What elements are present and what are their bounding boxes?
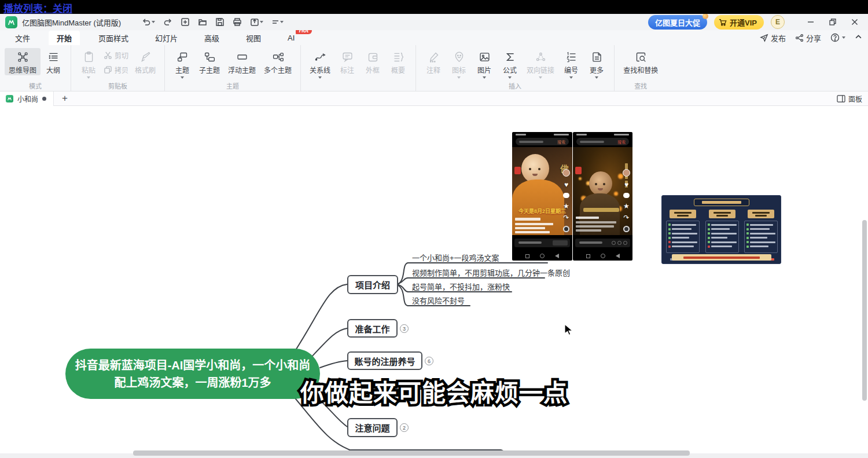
tab-slides[interactable]: 幻灯片 [147, 31, 186, 45]
publish-icon [760, 34, 768, 42]
formula-button[interactable]: 公式 [497, 48, 523, 79]
outline-mode-button[interactable]: 大纲 [41, 48, 66, 75]
help-icon [830, 33, 840, 42]
topic-button[interactable]: 主题 [170, 48, 195, 79]
find-replace-button[interactable]: 查找和替换 [619, 48, 662, 75]
ribbon-group-find: 查找和替换 查找 [614, 45, 667, 91]
horizontal-scrollbar-thumb[interactable] [133, 450, 690, 456]
comment-icon [623, 193, 630, 198]
share-button[interactable]: 分享 [795, 32, 821, 43]
music-disc-icon [623, 226, 630, 232]
plan-column [705, 210, 739, 261]
topic-account-register[interactable]: 账号的注册养号 [347, 351, 422, 370]
unsaved-indicator [42, 97, 46, 101]
creator-avatar [623, 169, 630, 177]
panel-toggle-button[interactable]: 面板 [837, 94, 862, 104]
group-label-clipboard: 剪贴板 [71, 81, 164, 90]
like-icon: ♥ [624, 181, 628, 188]
phone-status-bar [516, 134, 569, 136]
baby-monk-candles-photo: ♥ ★ ↷ [573, 147, 632, 235]
comment-input-bar [575, 239, 630, 247]
format-painter-button[interactable]: 格式刷 [131, 48, 160, 75]
collapse-badge[interactable]: 2 [400, 423, 409, 432]
baby-monk-photo: 佛 ♥ ★ ↷ 今天是8月2日星期三 [512, 147, 572, 235]
export-button[interactable] [249, 16, 264, 28]
formula-caret-icon [508, 76, 512, 79]
topic-project-intro[interactable]: 项目介绍 [347, 275, 398, 294]
minimize-button[interactable] [802, 15, 819, 29]
topic-hidden-behind-subtitle[interactable] [347, 384, 400, 403]
topic-attention-issues[interactable]: 注意问题 [347, 418, 398, 437]
ribbon-group-mode: 思维导图 大纲 模式 [0, 45, 71, 91]
gold-date-text-bar [583, 208, 619, 212]
vertical-scrollbar-thumb[interactable] [862, 220, 867, 401]
cart-icon [719, 19, 727, 26]
plan-bottom-banner [672, 254, 771, 261]
open-file-button[interactable] [197, 16, 208, 28]
subtopic-item[interactable]: 没有风险不封号 [412, 295, 465, 306]
publish-button[interactable]: 发布 [760, 32, 786, 43]
copy-button[interactable]: 拷贝 [104, 65, 128, 75]
playlist-overlay-label: 播放列表：关闭 [3, 1, 72, 15]
topic-caret-icon [181, 76, 184, 79]
document-tab[interactable]: 小和尚 [0, 91, 54, 106]
floating-topic-button[interactable]: 浮动主题 [224, 48, 260, 75]
relationship-button[interactable]: 关系线 [306, 48, 334, 79]
restore-button[interactable] [824, 15, 841, 29]
android-nav-bar [573, 254, 632, 258]
undo-button[interactable] [141, 16, 156, 28]
paste-button[interactable]: 粘贴 [76, 48, 101, 79]
summary-button[interactable]: 概要 [385, 48, 411, 75]
tab-home[interactable]: 开始 [49, 31, 80, 45]
collapse-badge[interactable]: 3 [400, 324, 409, 333]
douyin-screenshot-1[interactable]: 搜索 佛 ♥ ★ ↷ 今天是8月2日星期三 [512, 132, 572, 261]
topic-preparation[interactable]: 准备工作 [347, 319, 398, 338]
comment-button[interactable]: 注释 [421, 48, 446, 75]
collapse-ribbon-button[interactable] [855, 33, 862, 42]
mindmap-canvas[interactable]: 抖音最新蓝海项目-AI国学小和尚，一个小和尚配上鸡汤文案，一周涨粉1万多 项目介… [0, 106, 868, 458]
redo-button[interactable] [162, 16, 174, 28]
collapse-badge[interactable] [403, 389, 411, 398]
summer-promo-badge[interactable]: 亿图夏日大促 [648, 15, 707, 30]
hyperlink-button[interactable]: 双向链接 [523, 48, 558, 79]
more-insert-button[interactable]: 更多 [584, 48, 609, 79]
subtopic-button[interactable]: 子主题 [195, 48, 224, 75]
callout-button[interactable]: 标注 [334, 48, 360, 75]
douyin-screenshot-2[interactable]: 搜索 ♥ ★ ↷ [573, 132, 632, 261]
picture-button[interactable]: 图片 [472, 48, 497, 79]
print-button[interactable] [231, 16, 243, 28]
user-avatar[interactable]: E [771, 15, 785, 29]
help-button[interactable] [830, 33, 845, 42]
numbering-caret-icon [569, 76, 573, 79]
central-topic[interactable]: 抖音最新蓝海项目-AI国学小和尚，一个小和尚配上鸡汤文案，一周涨粉1万多 [65, 349, 320, 399]
new-document-tab-button[interactable]: + [62, 93, 68, 104]
action-rail: ♥ ★ ↷ [562, 169, 571, 232]
boundary-button[interactable]: 外框 [360, 48, 385, 75]
titlebar: 亿图脑图MindMaster (试用版) 亿图夏日大促 [0, 14, 868, 30]
customize-toolbar-button[interactable] [270, 17, 285, 27]
share-forward-icon: ↷ [563, 214, 569, 221]
subtopic-item[interactable]: 起号简单，不投抖加，涨粉快 [412, 281, 510, 292]
mindmap-mode-button[interactable]: 思维导图 [5, 48, 41, 75]
plan-title-pill [694, 199, 749, 206]
subtopic-item[interactable]: 一个小和尚+一段鸡汤文案 [412, 252, 499, 263]
favorite-icon: ★ [563, 203, 569, 210]
cut-button[interactable]: 剪切 [104, 50, 128, 60]
picture-caret-icon [483, 76, 486, 79]
tab-view[interactable]: 视图 [238, 31, 269, 45]
subtopic-item[interactable]: 视频制作简单，不用剪辑功底，几分钟一条原创 [412, 267, 570, 278]
tab-advanced[interactable]: 高级 [196, 31, 227, 45]
tab-ai[interactable]: AIHot [279, 32, 303, 44]
close-button[interactable] [846, 15, 863, 29]
vip-button[interactable]: 开通VIP [714, 15, 764, 30]
new-file-button[interactable] [179, 16, 191, 28]
icon-button[interactable]: 图标 [446, 48, 472, 79]
save-button[interactable] [214, 16, 226, 28]
numbering-button[interactable]: 编号 [558, 48, 584, 79]
tab-page-style[interactable]: 页面样式 [90, 31, 137, 45]
collapse-badge[interactable]: 6 [425, 357, 433, 365]
tab-file[interactable]: 文件 [7, 31, 38, 45]
multiple-topics-button[interactable]: 多个主题 [260, 48, 296, 75]
plan-comparison-image[interactable] [661, 195, 781, 264]
music-disc-icon [563, 226, 569, 232]
